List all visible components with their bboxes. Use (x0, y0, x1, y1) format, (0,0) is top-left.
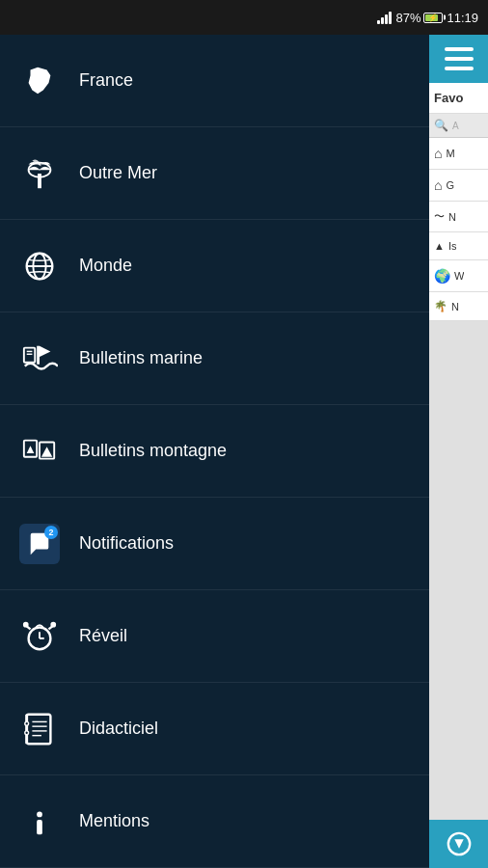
right-bottom-bar (429, 820, 488, 868)
menu-item-notifications[interactable]: 2 Notifications (0, 498, 429, 590)
menu-item-france[interactable]: France (0, 35, 429, 127)
svg-rect-0 (38, 174, 41, 188)
notification-badge: 2 (44, 526, 58, 539)
france-icon (19, 61, 60, 101)
main-layout: France Outre Mer (0, 35, 488, 868)
svg-point-28 (25, 730, 29, 734)
right-list-item-w[interactable]: 🌍 W (429, 260, 488, 292)
outre-mer-label: Outre Mer (79, 163, 157, 183)
right-item-label-w: W (454, 270, 464, 282)
right-search-bar[interactable]: 🔍 A (429, 114, 488, 138)
notifications-icon: 2 (19, 524, 60, 564)
didacticiel-icon (19, 709, 60, 749)
search-icon: 🔍 (434, 119, 448, 132)
battery-percent: 87% (395, 11, 420, 25)
svg-marker-6 (40, 345, 50, 356)
status-icons: 87% ⚡ 11:19 (377, 11, 478, 25)
right-list-item-n1[interactable]: 〜 N (429, 202, 488, 232)
right-list-item-is[interactable]: ▲ Is (429, 232, 488, 260)
bulletins-montagne-label: Bulletins montagne (79, 441, 227, 461)
menu-item-bulletins-montagne[interactable]: Bulletins montagne (0, 405, 429, 498)
right-list-item-g[interactable]: ⌂ G (429, 170, 488, 202)
menu-item-didacticiel[interactable]: Didacticiel (0, 683, 429, 775)
right-item-label-g: G (446, 179, 454, 191)
right-item-label-n2: N (451, 301, 459, 312)
info-icon (19, 801, 60, 842)
right-gray-area (429, 321, 488, 820)
hamburger-icon[interactable] (445, 47, 474, 70)
svg-rect-21 (27, 714, 51, 743)
mentions-label: Mentions (79, 811, 149, 831)
palm-icon-n2: 🌴 (434, 300, 447, 312)
right-list-item-n2[interactable]: 🌴 N (429, 292, 488, 321)
bottom-icon (446, 830, 473, 857)
globe-icon-w: 🌍 (434, 268, 450, 284)
right-list-item-m[interactable]: ⌂ M (429, 138, 488, 170)
clock: 11:19 (447, 11, 478, 25)
menu-item-monde[interactable]: Monde (0, 220, 429, 312)
svg-point-19 (23, 621, 29, 627)
menu-item-reveil[interactable]: Réveil (0, 590, 429, 683)
svg-point-27 (25, 721, 29, 725)
battery-icon: 87% ⚡ (395, 11, 443, 25)
svg-point-29 (37, 811, 42, 817)
status-bar: 87% ⚡ 11:19 (0, 0, 488, 35)
svg-rect-5 (37, 345, 40, 364)
svg-rect-30 (37, 820, 42, 834)
favorites-header: Favo (429, 83, 488, 114)
svg-point-20 (50, 621, 56, 627)
palm-icon (19, 153, 60, 194)
signal-icon (377, 11, 392, 24)
didacticiel-label: Didacticiel (79, 719, 158, 739)
mountain-icon (19, 431, 60, 472)
marine-icon (19, 339, 60, 379)
wave-icon-n: 〜 (434, 209, 445, 224)
home-icon-m: ⌂ (434, 146, 442, 161)
alarm-icon (19, 616, 60, 657)
svg-marker-13 (41, 447, 52, 456)
right-item-label-n1: N (448, 211, 456, 223)
menu-item-bulletins-marine[interactable]: Bulletins marine (0, 312, 429, 405)
menu-item-outre-mer[interactable]: Outre Mer (0, 127, 429, 220)
mountain-icon-is: ▲ (434, 240, 445, 252)
drawer-menu: France Outre Mer (0, 35, 429, 868)
france-label: France (79, 70, 133, 91)
reveil-label: Réveil (79, 626, 127, 646)
bulletins-marine-label: Bulletins marine (79, 348, 203, 368)
notifications-label: Notifications (79, 533, 174, 554)
right-item-label-is: Is (448, 240, 457, 252)
svg-marker-11 (27, 446, 35, 453)
monde-label: Monde (79, 256, 132, 276)
home-icon-g: ⌂ (434, 177, 442, 193)
menu-item-mentions[interactable]: Mentions (0, 775, 429, 868)
right-header (429, 35, 488, 83)
search-placeholder: A (452, 121, 459, 131)
globe-icon (19, 246, 60, 286)
right-panel: Favo 🔍 A ⌂ M ⌂ G 〜 N ▲ Is 🌍 W 🌴 (429, 35, 488, 868)
svg-rect-7 (24, 347, 35, 362)
right-item-label-m: M (446, 148, 454, 159)
